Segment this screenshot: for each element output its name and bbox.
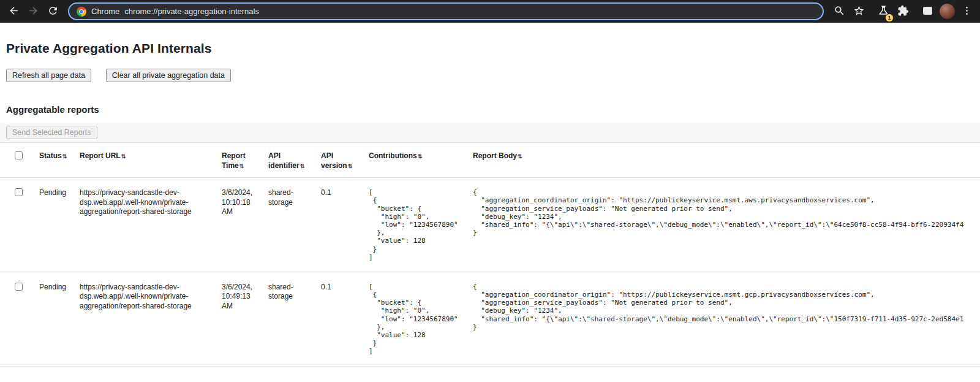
report-body-cell: { "aggregation_coordinator_origin": "htt… — [468, 272, 980, 366]
row-select-cell — [0, 272, 34, 366]
select-all-checkbox[interactable] — [15, 151, 23, 159]
star-icon — [853, 5, 865, 18]
row-select-cell — [0, 178, 34, 272]
sort-icon: ⇅ — [418, 153, 423, 159]
contributions-json: [ { "bucket": { "high": "0", "low": "123… — [369, 283, 463, 356]
column-header-report-time[interactable]: Report Time⇅ — [217, 143, 263, 178]
chrome-logo-icon — [77, 7, 86, 17]
table-row: Pending https://privacy-sandcastle-dev-d… — [0, 178, 980, 272]
puzzle-icon — [897, 5, 909, 18]
experiments-button[interactable]: 1 — [874, 2, 892, 21]
search-button[interactable] — [830, 2, 848, 21]
table-header-row: Status⇅ Report URL⇅ Report Time⇅ API ide… — [0, 143, 980, 178]
sort-icon: ⇅ — [62, 153, 67, 159]
status-cell: Pending — [34, 178, 75, 272]
sort-icon: ⇅ — [300, 163, 305, 169]
reload-icon — [47, 5, 59, 18]
reports-table: Status⇅ Report URL⇅ Report Time⇅ API ide… — [0, 143, 980, 367]
column-header-api-identifier[interactable]: API identifier⇅ — [263, 143, 316, 178]
refresh-all-button[interactable]: Refresh all page data — [6, 69, 91, 82]
omnibox-site-chip: Chrome — [91, 7, 119, 16]
column-header-contributions[interactable]: Contributions⇅ — [364, 143, 468, 178]
column-header-report-body[interactable]: Report Body⇅ — [468, 143, 980, 178]
table-row: Pending https://privacy-sandcastle-dev-d… — [0, 272, 980, 366]
notification-badge: 1 — [885, 13, 894, 22]
profile-button[interactable] — [938, 2, 956, 21]
api-version-cell: 0.1 — [316, 178, 364, 272]
bookmark-button[interactable] — [850, 2, 868, 21]
report-body-cell: { "aggregation_coordinator_origin": "htt… — [468, 178, 980, 272]
back-icon — [8, 5, 20, 18]
forward-icon — [28, 5, 39, 18]
column-header-status[interactable]: Status⇅ — [34, 143, 75, 178]
browser-toolbar: Chrome chrome://private-aggregation-inte… — [0, 0, 980, 23]
api-identifier-cell: shared-storage — [263, 178, 316, 272]
side-panel-button[interactable] — [918, 2, 937, 21]
side-panel-icon — [922, 5, 933, 18]
sort-icon: ⇅ — [518, 153, 522, 159]
omnibox[interactable]: Chrome chrome://private-aggregation-inte… — [68, 2, 824, 20]
sort-icon: ⇅ — [239, 163, 244, 169]
report-time-cell: 3/6/2024, 10:10:18 AM — [217, 178, 263, 272]
report-time-cell: 3/6/2024, 10:49:13 AM — [217, 272, 263, 366]
forward-button[interactable] — [24, 2, 42, 21]
column-header-api-version[interactable]: API version⇅ — [316, 143, 364, 178]
reports-toolbar: Send Selected Reports — [0, 123, 980, 143]
sort-icon: ⇅ — [348, 163, 353, 169]
report-url-cell: https://privacy-sandcastle-dev-dsp.web.a… — [75, 272, 217, 366]
reload-button[interactable] — [43, 2, 62, 21]
status-cell: Pending — [34, 272, 75, 366]
row-checkbox[interactable] — [15, 283, 23, 291]
report-body-json: { "aggregation_coordinator_origin": "htt… — [473, 283, 975, 331]
send-selected-reports-button[interactable]: Send Selected Reports — [6, 126, 97, 139]
page-actions: Refresh all page data Clear all private … — [6, 69, 974, 82]
page-title: Private Aggregation API Internals — [6, 41, 974, 56]
contributions-json: [ { "bucket": { "high": "0", "low": "123… — [369, 188, 463, 261]
report-url-cell: https://privacy-sandcastle-dev-dsp.web.a… — [75, 178, 217, 272]
report-body-json: { "aggregation_coordinator_origin": "htt… — [473, 188, 975, 237]
row-checkbox[interactable] — [15, 188, 23, 196]
contributions-cell: [ { "bucket": { "high": "0", "low": "123… — [364, 178, 468, 272]
clear-all-button[interactable]: Clear all private aggregation data — [106, 69, 231, 82]
back-button[interactable] — [4, 2, 23, 21]
api-identifier-cell: shared-storage — [263, 272, 316, 366]
profile-avatar — [940, 4, 955, 19]
section-heading: Aggregatable reports — [6, 104, 974, 115]
omnibox-url: chrome://private-aggregation-internals — [124, 7, 259, 16]
sort-icon: ⇅ — [121, 153, 126, 159]
search-icon — [834, 5, 845, 18]
contributions-cell: [ { "bucket": { "high": "0", "low": "123… — [364, 272, 468, 366]
api-version-cell: 0.1 — [316, 272, 364, 366]
extensions-button[interactable] — [894, 2, 912, 21]
select-all-cell — [0, 143, 34, 178]
kebab-icon — [961, 5, 973, 18]
menu-button[interactable] — [957, 2, 976, 21]
column-header-report-url[interactable]: Report URL⇅ — [75, 143, 217, 178]
